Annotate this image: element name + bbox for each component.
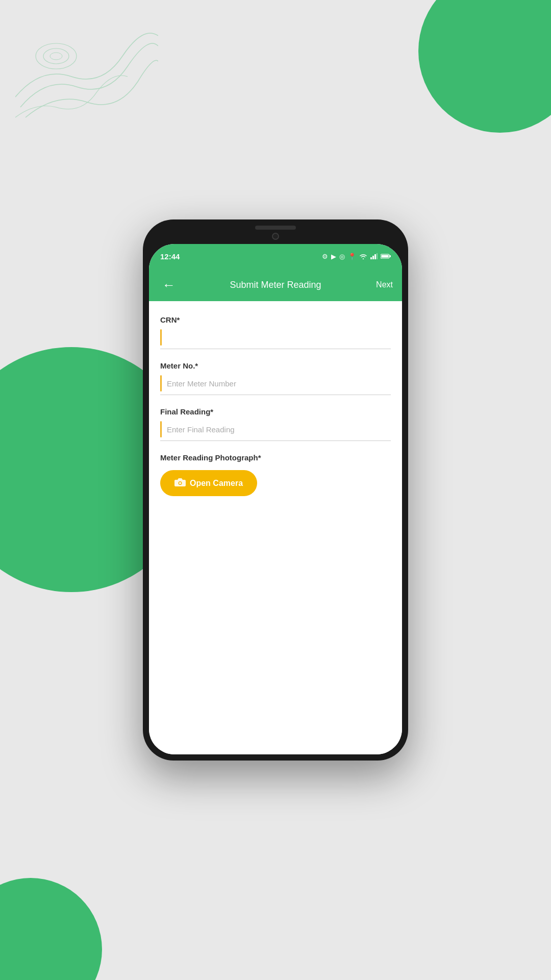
meter-no-input-wrapper (160, 375, 391, 395)
svg-rect-5 (374, 254, 376, 259)
meter-no-input[interactable] (167, 379, 391, 388)
crn-left-bar (160, 329, 162, 346)
photo-section-label: Meter Reading Photograph* (160, 453, 391, 462)
photo-field-group: Meter Reading Photograph* Open Camera (160, 453, 391, 496)
svg-rect-4 (372, 256, 374, 259)
status-bar: 12:44 ⚙ ▶ ◎ 📍 (149, 244, 402, 268)
play-icon: ▶ (331, 253, 336, 260)
speaker-bar (255, 226, 296, 230)
final-reading-label: Final Reading* (160, 407, 391, 416)
meter-no-label: Meter No.* (160, 361, 391, 370)
crn-label: CRN* (160, 315, 391, 324)
location-icon: 📍 (348, 253, 356, 260)
crn-input-wrapper (160, 329, 391, 349)
settings-icon: ⚙ (322, 253, 328, 260)
wifi-icon (359, 253, 367, 259)
meter-no-field-group: Meter No.* (160, 361, 391, 395)
form-content: CRN* Meter No.* Final Reading* (149, 301, 402, 754)
signal-bars-icon (370, 253, 378, 259)
crn-field-group: CRN* (160, 315, 391, 349)
bg-circle-bottom-left (0, 878, 102, 980)
app-bar: ← Submit Meter Reading Next (149, 268, 402, 301)
camera-icon (174, 477, 186, 489)
svg-point-11 (179, 482, 181, 484)
next-button[interactable]: Next (376, 280, 393, 289)
phone-screen: 12:44 ⚙ ▶ ◎ 📍 (149, 244, 402, 754)
final-reading-input[interactable] (167, 425, 391, 434)
svg-rect-8 (390, 255, 391, 257)
phone-shell: 12:44 ⚙ ▶ ◎ 📍 (143, 219, 408, 761)
meter-no-left-bar (160, 375, 162, 391)
status-icons: ⚙ ▶ ◎ 📍 (322, 253, 391, 260)
final-reading-input-wrapper (160, 421, 391, 441)
open-camera-button[interactable]: Open Camera (160, 470, 257, 496)
svg-point-0 (36, 43, 77, 69)
svg-point-2 (50, 53, 62, 60)
bg-topo-decoration (15, 15, 158, 138)
app-bar-title: Submit Meter Reading (230, 280, 321, 290)
signal-circle-icon: ◎ (339, 253, 345, 260)
battery-icon (381, 253, 391, 259)
back-button[interactable]: ← (158, 275, 180, 295)
open-camera-label: Open Camera (190, 479, 243, 488)
crn-input[interactable] (167, 333, 391, 342)
svg-point-1 (43, 48, 69, 64)
status-time: 12:44 (160, 252, 180, 261)
svg-rect-3 (370, 257, 372, 259)
svg-rect-6 (377, 253, 378, 259)
final-reading-left-bar (160, 421, 162, 437)
final-reading-field-group: Final Reading* (160, 407, 391, 441)
svg-rect-9 (382, 255, 389, 258)
bg-circle-top-right (418, 0, 551, 133)
front-camera (272, 233, 279, 240)
